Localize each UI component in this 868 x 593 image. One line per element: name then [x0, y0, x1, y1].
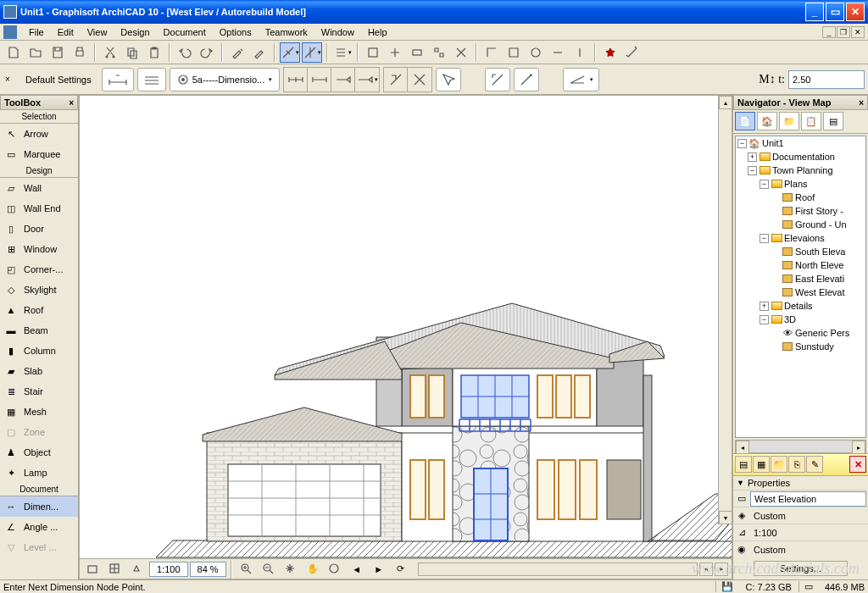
constraint-2[interactable]	[408, 68, 431, 91]
nav-clone-button[interactable]: ⎘	[788, 456, 805, 473]
floor-plan-button[interactable]	[137, 68, 166, 91]
tool-mesh[interactable]: ▦Mesh	[0, 402, 78, 422]
settings-button[interactable]: Settings...	[754, 561, 848, 576]
prop-custom2[interactable]: Custom	[750, 542, 866, 557]
options-close-icon[interactable]: ×	[3, 75, 12, 84]
tool-slab[interactable]: ▰Slab	[0, 361, 78, 381]
zoom-field[interactable]: 84 %	[190, 562, 226, 577]
home-view-button[interactable]: ⟳	[391, 559, 411, 579]
tool-a-button[interactable]	[363, 42, 383, 63]
navigator-tree[interactable]: −🏠Unit1 +Documentation −Town Planning −P…	[735, 136, 866, 438]
prop-scale[interactable]: 1:100	[750, 525, 866, 540]
tool-h-button[interactable]	[526, 42, 546, 63]
dim-mode-2[interactable]	[308, 68, 331, 91]
view-tool-3[interactable]	[127, 559, 147, 579]
canvas-scrollbar-horizontal[interactable]	[418, 563, 698, 576]
print-button[interactable]	[70, 42, 90, 63]
properties-header[interactable]: ▼Properties	[733, 476, 868, 490]
snap-mode-1-button[interactable]: ▾	[280, 42, 300, 63]
mdi-restore-button[interactable]: ❐	[837, 26, 850, 38]
hand-button[interactable]: ✋	[303, 559, 323, 579]
tool-object[interactable]: ♟Object	[0, 442, 78, 463]
tool-column[interactable]: ▮Column	[0, 341, 78, 361]
paste-button[interactable]	[144, 42, 164, 63]
mdi-minimize-button[interactable]: _	[822, 26, 836, 38]
tool-roof[interactable]: ▲Roof	[0, 300, 78, 320]
tool-zone[interactable]: ▢Zone	[0, 422, 78, 442]
canvas-scrollbar-vertical[interactable]: ▴ ▾	[718, 96, 732, 524]
edge-2-button[interactable]	[514, 68, 539, 91]
nav-tab-publisher[interactable]: 📋	[801, 112, 821, 130]
scroll-right-button[interactable]: ▸	[715, 563, 728, 576]
minimize-button[interactable]: _	[805, 3, 824, 21]
tool-e-button[interactable]	[451, 42, 471, 63]
tool-i-button[interactable]	[548, 42, 568, 63]
cursor-snap-button[interactable]	[436, 68, 461, 91]
scroll-left-button[interactable]: ◂	[699, 563, 713, 576]
menu-design[interactable]: Design	[114, 25, 156, 39]
menu-teamwork[interactable]: Teamwork	[259, 25, 314, 39]
dimension-type-button[interactable]	[102, 68, 134, 91]
inject-button[interactable]	[249, 42, 270, 63]
menu-edit[interactable]: Edit	[51, 25, 81, 39]
mdi-close-button[interactable]: ✕	[851, 26, 865, 38]
nav-new-button[interactable]: ▤	[735, 456, 752, 473]
prop-custom1[interactable]: Custom	[750, 508, 866, 524]
menu-options[interactable]: Options	[213, 25, 259, 39]
undo-button[interactable]	[175, 42, 195, 63]
view-tool-1[interactable]	[83, 559, 103, 579]
magic-button[interactable]	[622, 42, 643, 63]
open-button[interactable]	[25, 42, 46, 63]
m-field-input[interactable]	[788, 70, 865, 89]
nav-tab-layout[interactable]: 📁	[779, 112, 799, 130]
zoom-in-button[interactable]	[236, 559, 257, 579]
redo-button[interactable]	[197, 42, 217, 63]
next-view-button[interactable]: ►	[369, 559, 389, 579]
tool-wall[interactable]: ▱Wall	[0, 178, 78, 198]
tool-skylight[interactable]: ◇Skylight	[0, 280, 78, 300]
tool-wall-end[interactable]: ◫Wall End	[0, 198, 78, 219]
tool-c-button[interactable]	[407, 42, 427, 63]
tool-level[interactable]: ▽Level ...	[0, 537, 78, 557]
view-tool-2[interactable]	[105, 559, 125, 579]
navigator-close-icon[interactable]: ×	[859, 98, 864, 108]
tool-stair[interactable]: ≣Stair	[0, 381, 78, 402]
drawing-canvas[interactable]: ▴ ▾	[80, 96, 732, 558]
tool-f-button[interactable]	[481, 42, 502, 63]
tool-window[interactable]: ⊞Window	[0, 239, 78, 259]
constraint-1[interactable]	[384, 68, 408, 91]
pan-button[interactable]	[281, 559, 301, 579]
prev-view-button[interactable]: ◄	[347, 559, 367, 579]
new-button[interactable]	[3, 42, 24, 63]
tool-arrow[interactable]: ↖Arrow	[0, 124, 78, 144]
eyedropper-button[interactable]	[227, 42, 248, 63]
dim-mode-1[interactable]	[284, 68, 308, 91]
menu-view[interactable]: View	[81, 25, 114, 39]
tool-marquee[interactable]: ▭Marquee	[0, 144, 78, 164]
scale-field[interactable]: 1:100	[149, 562, 188, 577]
nav-rename-button[interactable]: ✎	[806, 456, 823, 473]
tool-dimension[interactable]: ↔Dimen...	[0, 496, 78, 517]
tool-corner[interactable]: ◰Corner-...	[0, 259, 78, 280]
settings-dropdown[interactable]: ▾	[332, 42, 353, 63]
tool-g-button[interactable]	[504, 42, 524, 63]
tool-lamp[interactable]: ✦Lamp	[0, 463, 78, 483]
save-button[interactable]	[47, 42, 68, 63]
tool-j-button[interactable]	[570, 42, 590, 63]
fit-button[interactable]	[325, 559, 345, 579]
default-settings-label[interactable]: Default Settings	[19, 75, 98, 85]
dim-mode-4[interactable]: ▾	[355, 68, 379, 91]
close-button[interactable]: ✕	[846, 3, 865, 21]
nav-folder-button[interactable]: 📁	[771, 456, 787, 473]
snap-mode-2-button[interactable]: ▾	[302, 42, 322, 63]
nav-tab-view[interactable]: 🏠	[757, 112, 777, 130]
favorite-button[interactable]	[600, 42, 620, 63]
menu-file[interactable]: File	[22, 25, 51, 39]
menu-window[interactable]: Window	[314, 25, 361, 39]
edge-1-button[interactable]	[485, 68, 510, 91]
nav-tab-more[interactable]: ▤	[823, 112, 843, 130]
tool-angle[interactable]: ∠Angle ...	[0, 517, 78, 537]
tool-beam[interactable]: ▬Beam	[0, 320, 78, 341]
navigator-scrollbar-h[interactable]: ◂▸	[735, 440, 866, 453]
tool-door[interactable]: ▯Door	[0, 219, 78, 239]
